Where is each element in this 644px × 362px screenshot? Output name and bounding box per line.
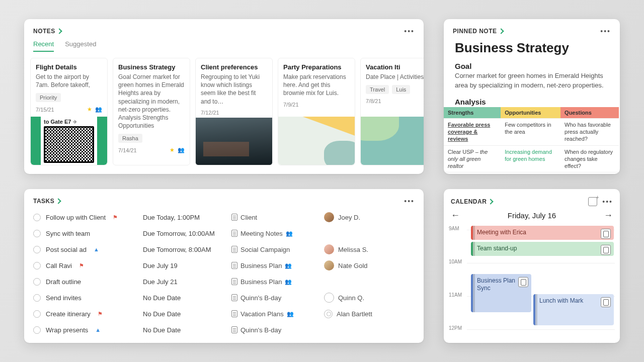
task-note-link[interactable]: Business Plan [240, 262, 282, 269]
note-card[interactable]: Business StrategyGoal Corner market for … [113, 58, 190, 165]
task-checkbox[interactable] [33, 310, 41, 318]
boarding-pass-thumb: to Gate E7✈ [31, 117, 107, 165]
note-tag[interactable]: Priority [36, 93, 61, 102]
task-row[interactable]: Wrap presents▲ No Due Date Quinn's B-day [29, 322, 419, 338]
note-link-icon[interactable] [518, 277, 528, 287]
task-note-link[interactable]: Quinn's B-day [240, 326, 281, 334]
swot-cell: Background in [444, 172, 501, 174]
task-row[interactable]: Create itinerary⚑ No Due Date Vacation P… [29, 306, 419, 322]
task-note-link[interactable]: Quinn's B-day [240, 294, 281, 302]
note-icon [231, 294, 237, 301]
swot-cell: Increasing demand for green homes [501, 145, 560, 172]
task-assignee: Nate Gold [338, 262, 368, 269]
avatar [324, 244, 334, 254]
swot-header: Questions [560, 107, 619, 119]
note-card-title: Business Strategy [118, 63, 185, 71]
task-checkbox[interactable] [33, 278, 41, 286]
swot-cell: When do regulatory changes take effect? [560, 145, 619, 172]
swot-cell: Who has favorable press actually reached… [560, 118, 619, 145]
task-row[interactable]: Send invites No Due Date Quinn's B-day Q… [29, 290, 419, 306]
note-link-icon[interactable] [601, 297, 611, 307]
calendar-open-icon[interactable] [588, 197, 597, 206]
tab-recent[interactable]: Recent [33, 40, 54, 52]
hour-label: 11AM [449, 292, 462, 298]
calendar-event[interactable]: Team stand-up [471, 242, 614, 256]
note-card-title: Vacation Iti [366, 63, 424, 71]
task-row[interactable]: Sync with team Due Tomorrow, 10:00AM Mee… [29, 225, 419, 241]
task-due: Due Tomorrow, 8:00AM [143, 246, 231, 253]
note-card[interactable]: Vacation ItiDate Place | Activities 5/Tr… [360, 58, 424, 165]
tasks-title[interactable]: TASKS [33, 198, 54, 205]
task-note-link[interactable]: Client [240, 214, 257, 221]
task-checkbox[interactable] [33, 246, 41, 253]
hour-label: 12PM [449, 325, 462, 331]
note-card-date: 7/14/21★👥 [118, 147, 185, 153]
calendar-event[interactable]: Meeting with Erica [471, 226, 614, 240]
notes-cards[interactable]: Flight DetailsGet to the airport by 7am.… [24, 52, 424, 165]
task-checkbox[interactable] [33, 262, 41, 269]
calendar-event[interactable]: Business Plan Sync [471, 274, 531, 312]
pinned-more-icon[interactable]: ••• [600, 27, 611, 35]
calendar-next-icon[interactable]: → [604, 210, 613, 221]
task-row[interactable]: Draft outline Due July 21 Business Plan👥 [29, 274, 419, 290]
note-card[interactable]: Party PreparationsMake park reservations… [278, 58, 355, 165]
calendar-title[interactable]: CALENDAR [451, 198, 487, 205]
avatar [324, 310, 333, 318]
flag-icon: ⚑ [113, 214, 118, 221]
reminder-icon: ▲ [94, 246, 99, 252]
task-row[interactable]: Follow up with Client⚑ Due Today, 1:00PM… [29, 209, 419, 225]
chevron-right-icon[interactable] [56, 199, 61, 204]
task-checkbox[interactable] [33, 294, 41, 302]
analysis-table: StrengthsOpportunitiesQuestionsFavorable… [444, 107, 619, 174]
plane-icon: ✈ [73, 119, 77, 125]
note-icon [231, 310, 237, 317]
note-icon [231, 262, 237, 269]
note-link-icon[interactable] [601, 229, 611, 239]
task-title: Send invites [46, 294, 82, 302]
task-due: Due July 21 [143, 278, 231, 286]
task-title: Wrap presents [46, 326, 88, 334]
note-link-icon[interactable] [601, 245, 611, 255]
task-note-link[interactable]: Vacation Plans [240, 310, 284, 318]
task-checkbox[interactable] [33, 326, 41, 334]
note-card-date: 7/9/21 [283, 102, 350, 108]
tasks-list: Follow up with Client⚑ Due Today, 1:00PM… [24, 205, 424, 343]
notes-more-icon[interactable]: ••• [404, 27, 415, 35]
calendar-more-icon[interactable]: ••• [602, 198, 613, 206]
note-card-excerpt: Goal Corner market for green homes in Em… [118, 73, 185, 130]
note-tag[interactable]: Luis [392, 85, 410, 94]
chevron-right-icon[interactable] [57, 29, 62, 34]
task-assignee: Melissa S. [338, 246, 368, 253]
note-card-title: Client preferences [201, 63, 267, 71]
note-card[interactable]: Client preferencesRegrouping to let Yuki… [195, 58, 273, 165]
note-card[interactable]: Flight DetailsGet to the airport by 7am.… [30, 58, 108, 165]
calendar-prev-icon[interactable]: ← [451, 210, 460, 221]
tab-suggested[interactable]: Suggested [65, 40, 96, 52]
note-tag[interactable]: Rasha [118, 134, 142, 143]
task-row[interactable]: Call Ravi⚑ Due July 19 Business Plan👥 Na… [29, 257, 419, 274]
task-due: No Due Date [143, 310, 231, 318]
calendar-event[interactable]: Lunch with Mark [533, 294, 614, 325]
task-due: Due July 19 [143, 262, 231, 269]
swot-cell: Clear USP – the only all green realtor [444, 145, 501, 172]
notes-title[interactable]: NOTES [33, 28, 55, 35]
note-card-title: Flight Details [36, 63, 102, 71]
tasks-more-icon[interactable]: ••• [404, 197, 415, 205]
note-tag[interactable]: Travel [366, 85, 389, 94]
task-note-link[interactable]: Social Campaign [240, 246, 290, 253]
task-due: Due Today, 1:00PM [143, 214, 231, 221]
note-icon [231, 246, 237, 253]
task-assignee: Quinn Q. [338, 294, 364, 302]
chevron-right-icon[interactable] [499, 29, 504, 34]
calendar-timeline[interactable]: 9AM 10AM 11AM 12PM Meeting with Erica Te… [444, 224, 620, 329]
task-row[interactable]: Post social ad▲ Due Tomorrow, 8:00AM Soc… [29, 241, 419, 257]
chevron-right-icon[interactable] [489, 199, 494, 204]
task-note-link[interactable]: Meeting Notes [240, 230, 283, 237]
task-checkbox[interactable] [33, 230, 41, 237]
swot-header: Strengths [444, 107, 501, 119]
task-note-link[interactable]: Business Plan [240, 278, 282, 286]
note-card-date: 7/8/21 [366, 98, 424, 104]
task-title: Call Ravi [46, 262, 72, 269]
pinned-label[interactable]: PINNED NOTE [453, 28, 497, 35]
task-checkbox[interactable] [33, 214, 41, 221]
